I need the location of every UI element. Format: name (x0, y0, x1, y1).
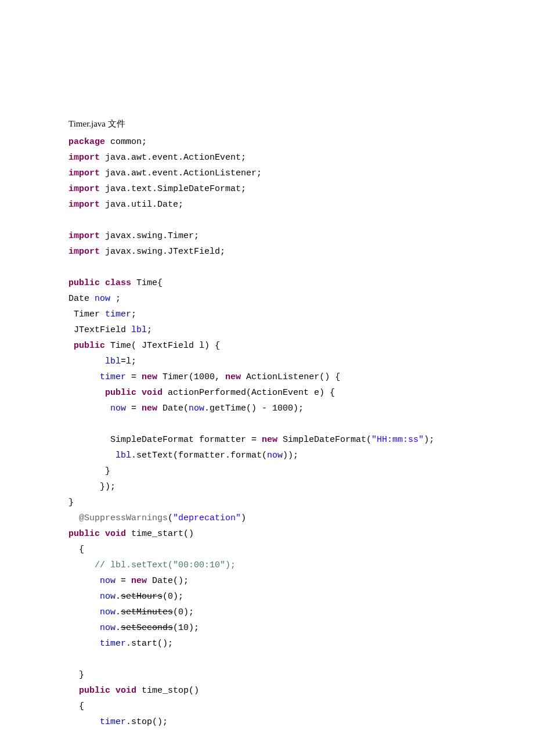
tstart-a (68, 639, 100, 649)
keyword-new: new (131, 576, 147, 586)
set-minutes-call: setMinutes (121, 607, 173, 617)
field-lbl: lbl (131, 325, 147, 335)
keyword-void: void (142, 388, 163, 398)
keyword-public: public (68, 278, 100, 288)
time-start-sig: time_start() (126, 529, 194, 539)
import-1: java.awt.event.ActionEvent; (100, 153, 246, 163)
decl-date-c: ; (110, 294, 121, 304)
sm-c: . (116, 607, 121, 617)
string-deprecation: "deprecation" (173, 513, 241, 523)
field-now: now (189, 404, 204, 413)
field-lbl: lbl (116, 451, 131, 460)
keyword-import: import (68, 168, 100, 178)
ctor-sig: Time( JTextField l) { (105, 341, 220, 351)
open-brace: { (68, 545, 84, 555)
decl-lbl-a: JTextField (68, 325, 131, 335)
now-assign-c: = (126, 404, 142, 413)
keyword-public: public (105, 388, 136, 398)
keyword-new: new (142, 372, 157, 382)
keyword-class: class (105, 278, 131, 288)
keyword-public: public (74, 341, 105, 351)
field-now: now (95, 294, 110, 304)
import-5: javax.swing.Timer; (100, 231, 199, 241)
tstop-c: .stop(); (126, 717, 168, 727)
settext-c: .setText(formatter.format( (131, 451, 267, 460)
ts-now-c: = (116, 576, 131, 586)
timer-new-d: Timer(1000, (157, 372, 225, 382)
field-now: now (100, 607, 116, 617)
sdf-b: SimpleDateFormat( (277, 435, 371, 445)
keyword-import: import (68, 153, 100, 163)
keyword-import: import (68, 231, 100, 241)
open-brace-2: { (68, 701, 84, 711)
close-1: } (68, 466, 110, 476)
settext-e: )); (283, 451, 298, 460)
keyword-new: new (142, 404, 157, 413)
keyword-package: package (68, 137, 105, 147)
timer-new-c: = (126, 372, 142, 382)
class-name: Time{ (131, 278, 163, 288)
ts-now-a (68, 576, 100, 586)
decl-lbl-c: ; (147, 325, 152, 335)
now-assign-d: Date( (157, 404, 189, 413)
annotation: @SuppressWarnings (68, 513, 168, 523)
field-timer: timer (100, 717, 126, 727)
import-2: java.awt.event.ActionListener; (100, 168, 262, 178)
field-now: now (100, 576, 116, 586)
field-timer: timer (100, 639, 126, 649)
set-hours-call: setHours (121, 592, 163, 602)
document-page: Timer.java 文件 package common; import jav… (0, 0, 534, 756)
decl-timer-a: Timer (68, 309, 105, 319)
time-stop-sig: time_stop() (136, 686, 199, 696)
set-seconds-call: setSeconds (121, 623, 173, 633)
timer-new-a (68, 372, 100, 382)
string-format: "HH:mm:ss" (371, 435, 424, 445)
now-assign-a (68, 404, 110, 413)
keyword-void: void (105, 529, 126, 539)
tstart-c: .start(); (126, 639, 173, 649)
sdf-a: SimpleDateFormat formatter = (68, 435, 262, 445)
timer-new-e: ActionListener() { (241, 372, 340, 382)
sm-a (68, 607, 100, 617)
lbl-assign-a (68, 357, 105, 366)
settext-a (68, 451, 116, 460)
now-assign-f: .getTime() - 1000); (204, 404, 304, 413)
decl-timer-c: ; (131, 309, 136, 319)
keyword-new: new (262, 435, 277, 445)
keyword-import: import (68, 184, 100, 194)
close-4: } (68, 670, 84, 680)
import-4: java.util.Date; (100, 200, 183, 210)
field-now: now (100, 592, 116, 602)
field-now: now (267, 451, 283, 460)
sm-e: (0); (173, 607, 194, 617)
ts-now-d: Date(); (147, 576, 189, 586)
ss-c: . (116, 623, 121, 633)
keyword-void: void (116, 686, 136, 696)
comment-line: // lbl.setText("00:00:10"); (68, 560, 236, 570)
keyword-import: import (68, 200, 100, 210)
action-performed-sig: actionPerformed(ActionEvent e) { (163, 388, 335, 398)
sh-a (68, 592, 100, 602)
code-block: package common; import java.awt.event.Ac… (68, 134, 470, 730)
sh-c: . (116, 592, 121, 602)
close-3: } (68, 498, 74, 507)
keyword-public: public (79, 686, 110, 696)
keyword-import: import (68, 247, 100, 257)
import-3: java.text.SimpleDateFormat; (100, 184, 246, 194)
import-6: javax.swing.JTextField; (100, 247, 225, 257)
sdf-c: ); (424, 435, 434, 445)
keyword-public: public (68, 529, 100, 539)
field-now: now (100, 623, 116, 633)
field-lbl: lbl (105, 357, 121, 366)
field-timer: timer (100, 372, 126, 382)
sh-e: (0); (163, 592, 183, 602)
file-heading: Timer.java 文件 (68, 116, 470, 132)
decl-date-a: Date (68, 294, 95, 304)
tstop-a (68, 717, 100, 727)
ann-open: ( (168, 513, 173, 523)
keyword-new: new (225, 372, 241, 382)
field-timer: timer (105, 309, 131, 319)
ann-close: ) (241, 513, 246, 523)
field-now: now (110, 404, 126, 413)
ss-e: (10); (173, 623, 199, 633)
